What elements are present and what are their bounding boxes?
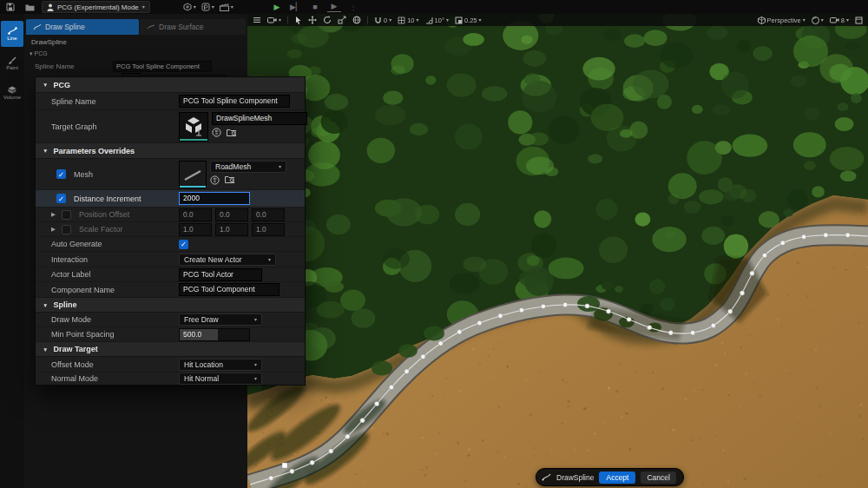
tab-draw-spline[interactable]: Draw Spline — [26, 19, 139, 35]
add-actor-dropdown[interactable]: ▾ — [183, 3, 196, 11]
section-spline[interactable]: ▼Spline — [36, 298, 305, 313]
scale-tool-icon[interactable] — [338, 16, 346, 24]
browse-to-asset-icon[interactable] — [227, 128, 236, 137]
spline-icon — [33, 23, 42, 30]
browse-to-asset-icon[interactable] — [225, 175, 234, 185]
cancel-button[interactable]: Cancel — [641, 472, 675, 484]
mesh-override-checkbox[interactable]: ✓ — [56, 169, 66, 179]
expander-icon[interactable]: ▶ — [51, 211, 56, 218]
stop-button[interactable]: ■ — [308, 1, 322, 13]
position-offset-checkbox[interactable] — [62, 210, 71, 220]
interaction-dropdown[interactable]: Create New Actor▾ — [179, 254, 276, 266]
target-graph-thumbnail[interactable] — [179, 112, 208, 142]
expander-icon[interactable]: ▶ — [51, 226, 56, 233]
target-graph-field[interactable]: DrawSplineMesh — [212, 112, 307, 125]
position-y-field[interactable]: 0.0 — [215, 208, 248, 221]
viewport-scene — [247, 14, 868, 488]
normal-mode-dropdown[interactable]: Hit Normal▾ — [179, 373, 262, 385]
volume-tool-icon — [8, 86, 16, 94]
paint-tool-icon — [8, 56, 16, 64]
content-browser-icon[interactable] — [23, 1, 36, 13]
use-selected-icon[interactable] — [212, 128, 221, 137]
active-tool-label: DrawSpline — [556, 473, 594, 482]
position-z-field[interactable]: 0.0 — [252, 208, 285, 221]
tool-title: DrawSpline — [31, 38, 67, 46]
scale-x-field[interactable]: 1.0 — [179, 223, 212, 236]
tool-confirm-overlay: DrawSpline Accept Cancel — [536, 468, 684, 486]
3d-viewport[interactable] — [247, 14, 868, 488]
row-spline-name: Spline Name PCG Tool Spline Component — [36, 93, 305, 110]
viewport-toolbar: ▾ 0▾ 10▾ 10°▾ — [247, 14, 868, 26]
min-point-spacing-input[interactable]: 500.0 — [179, 328, 250, 341]
move-tool-icon[interactable] — [308, 16, 317, 24]
launch-button[interactable]: ▶ — [327, 3, 341, 12]
viewport-menu-icon[interactable] — [253, 16, 261, 23]
section-pcg[interactable]: ▼PCG — [36, 77, 305, 93]
select-tool-icon[interactable] — [294, 16, 302, 24]
maximize-viewport-icon[interactable] — [855, 16, 863, 24]
play-options-icon[interactable]: ⋮ — [346, 1, 360, 13]
row-position-offset: ▶ Position Offset 0.0 0.0 0.0 — [36, 208, 305, 222]
draw-mode-dropdown[interactable]: Free Draw▾ — [179, 313, 262, 326]
accept-button[interactable]: Accept — [599, 472, 635, 484]
spline-start-point[interactable] — [282, 463, 287, 468]
row-actor-label: Actor Label PCG Tool Actor — [36, 267, 305, 282]
cinematics-dropdown[interactable]: ▾ — [220, 3, 233, 11]
mesh-dropdown[interactable]: RoadMesh▾ — [210, 161, 286, 173]
row-interaction: Interaction Create New Actor▾ — [36, 252, 305, 267]
play-button[interactable]: ▶ — [270, 1, 284, 13]
editor-mode-dropdown[interactable]: PCG (Experimental) Mode ▾ — [42, 1, 150, 13]
sidebar-item-label: Paint — [6, 65, 18, 70]
tab-draw-surface[interactable]: Draw Surface — [140, 19, 246, 35]
surface-snap-icon[interactable]: 0▾ — [374, 16, 391, 24]
perspective-dropdown[interactable]: Perspective▾ — [758, 16, 806, 24]
view-mode-icon[interactable]: ▾ — [812, 16, 824, 24]
skip-frame-button[interactable]: ▶▏ — [289, 1, 303, 13]
row-normal-mode: Normal Mode Hit Normal▾ — [36, 373, 305, 385]
world-local-icon[interactable] — [352, 16, 361, 24]
tab-label: Draw Spline — [45, 23, 85, 31]
rotation-snap-icon[interactable]: 10°▾ — [425, 16, 449, 24]
rotate-tool-icon[interactable] — [323, 16, 332, 24]
camera-speed-value: 8 — [841, 16, 845, 24]
sidebar-item-line[interactable]: Line — [1, 21, 23, 47]
sidebar-item-paint[interactable]: Paint — [1, 50, 23, 76]
offset-mode-dropdown[interactable]: Hit Location▾ — [179, 359, 262, 371]
grid-snap-value: 10 — [407, 16, 414, 24]
scale-y-field[interactable]: 1.0 — [215, 223, 248, 236]
camera-options-icon[interactable]: ▾ — [267, 16, 281, 23]
save-icon[interactable] — [3, 1, 17, 13]
section-draw-target[interactable]: ▼Draw Target — [36, 342, 305, 357]
bg-spline-name-value[interactable]: PCG Tool Spline Component — [113, 61, 212, 72]
scale-factor-checkbox[interactable] — [62, 225, 71, 234]
rotation-snap-value: 10° — [435, 16, 444, 24]
line-tool-icon — [8, 27, 17, 35]
bg-section-pcg[interactable]: ▾ PCG — [30, 50, 48, 57]
sidebar-item-volume[interactable]: Volume — [1, 80, 23, 106]
row-distance-increment[interactable]: ✓ Distance Increment 2000 — [36, 190, 305, 208]
component-name-field[interactable]: PCG Tool Component — [179, 283, 279, 296]
use-selected-icon[interactable] — [210, 175, 220, 185]
actor-label-field[interactable]: PCG Tool Actor — [179, 268, 262, 281]
mode-sidebar: Line Paint Volume — [0, 14, 25, 488]
mode-label: PCG (Experimental) Mode — [57, 3, 139, 11]
auto-generate-checkbox[interactable]: ✓ — [179, 240, 188, 249]
row-scale-factor: ▶ Scale Factor 1.0 1.0 1.0 — [36, 222, 305, 237]
blueprints-dropdown[interactable]: ▾ — [201, 3, 214, 11]
position-x-field[interactable]: 0.0 — [179, 208, 212, 221]
spline-name-field[interactable]: PCG Tool Spline Component — [179, 95, 290, 108]
distance-override-checkbox[interactable]: ✓ — [56, 194, 66, 203]
surface-snap-value: 0 — [384, 16, 387, 24]
section-parameters-overrides[interactable]: ▼Parameters Overrides — [36, 143, 305, 159]
row-auto-generate: Auto Generate ✓ — [36, 237, 305, 252]
row-draw-mode: Draw Mode Free Draw▾ — [36, 313, 305, 327]
distance-increment-input[interactable]: 2000 — [179, 192, 250, 205]
grid-snap-icon[interactable]: 10▾ — [398, 16, 418, 24]
camera-speed-icon[interactable]: 8▾ — [830, 16, 849, 24]
perspective-label: Perspective — [767, 16, 801, 24]
details-panel: ▼PCG Spline Name PCG Tool Spline Compone… — [35, 76, 306, 386]
mesh-thumbnail[interactable] — [179, 161, 207, 188]
scale-snap-icon[interactable]: 0.25▾ — [455, 16, 482, 24]
scale-z-field[interactable]: 1.0 — [252, 223, 285, 236]
scale-snap-value: 0.25 — [464, 16, 477, 24]
